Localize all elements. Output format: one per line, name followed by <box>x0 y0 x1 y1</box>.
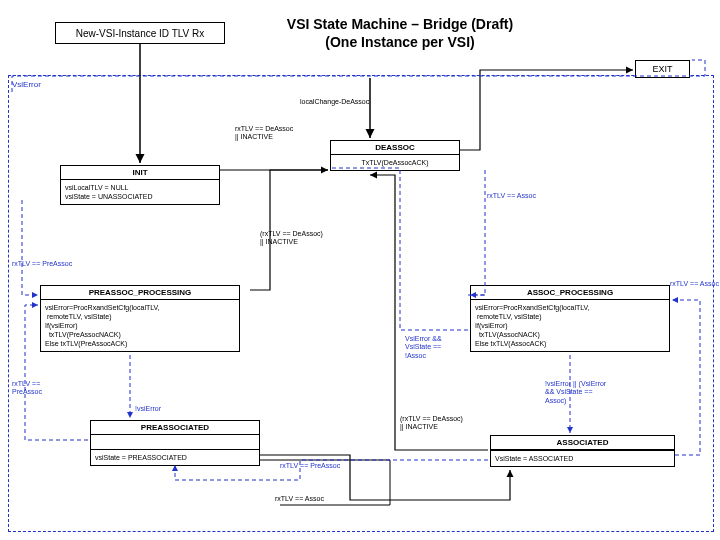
local-change-label: localChange-DeAssoc <box>300 98 369 106</box>
init-body: vsiLocalTLV = NULL vsiState = UNASSOCIAT… <box>61 180 219 204</box>
preassoc-processing-body: vsiError=ProcRxandSetCfg(localTLV, remot… <box>41 300 239 351</box>
vsierror-label: VsiError <box>12 80 41 90</box>
cond-deassoc1: rxTLV == DeAssoc || INACTIVE <box>235 125 293 142</box>
cond-rxpreassoc-bottom: rxTLV == PreAssoc <box>12 380 42 397</box>
cond-rxassoc-right: rxTLV == Assoc <box>670 280 719 288</box>
cond-not-vsierror: !vsiError <box>135 405 161 413</box>
diagram-title: VSI State Machine – Bridge (Draft) (One … <box>250 15 550 51</box>
preassociated-header: PREASSOCIATED <box>91 421 259 435</box>
title-line2: (One Instance per VSI) <box>325 34 474 50</box>
input-new-vsi-box: New-VSI-Instance ID TLV Rx <box>55 22 225 44</box>
preassociated-state: PREASSOCIATED vsiState = PREASSOCIATED <box>90 420 260 466</box>
cond-rxpreassoc-left: rxTLV == PreAssoc <box>12 260 72 268</box>
cond-deassoc3: (rxTLV == DeAssoc) || INACTIVE <box>400 415 463 432</box>
preassociated-body: vsiState = PREASSOCIATED <box>91 449 259 465</box>
init-header: INIT <box>61 166 219 180</box>
assoc-processing-body: vsiError=ProcRxandSetCfg(localTLV, remot… <box>471 300 669 351</box>
cond-rxassoc-bottom: rxTLV == Assoc <box>275 495 324 503</box>
preassoc-processing-header: PREASSOC_PROCESSING <box>41 286 239 300</box>
cond-not-vsierror-state: !vsiError || (VsiError && VsiState == As… <box>545 380 606 405</box>
assoc-processing-header: ASSOC_PROCESSING <box>471 286 669 300</box>
cond-vsierror-state: VsiError && VsiState == !Assoc <box>405 335 442 360</box>
assoc-processing-state: ASSOC_PROCESSING vsiError=ProcRxandSetCf… <box>470 285 670 352</box>
deassoc-state: DEASSOC TxTLV(DeAssocACK) <box>330 140 460 171</box>
exit-box: EXIT <box>635 60 690 78</box>
associated-state: ASSOCIATED VsiState = ASSOCIATED <box>490 435 675 467</box>
deassoc-body: TxTLV(DeAssocACK) <box>331 155 459 170</box>
cond-deassoc2: (rxTLV == DeAssoc) || INACTIVE <box>260 230 323 247</box>
associated-header: ASSOCIATED <box>491 436 674 450</box>
preassoc-processing-state: PREASSOC_PROCESSING vsiError=ProcRxandSe… <box>40 285 240 352</box>
cond-rxassoc: rxTLV == Assoc <box>487 192 536 200</box>
init-state: INIT vsiLocalTLV = NULL vsiState = UNASS… <box>60 165 220 205</box>
deassoc-header: DEASSOC <box>331 141 459 155</box>
associated-body: VsiState = ASSOCIATED <box>491 450 674 466</box>
title-line1: VSI State Machine – Bridge (Draft) <box>287 16 513 32</box>
cond-rxpreassoc-mid: rxTLV == PreAssoc <box>280 462 340 470</box>
